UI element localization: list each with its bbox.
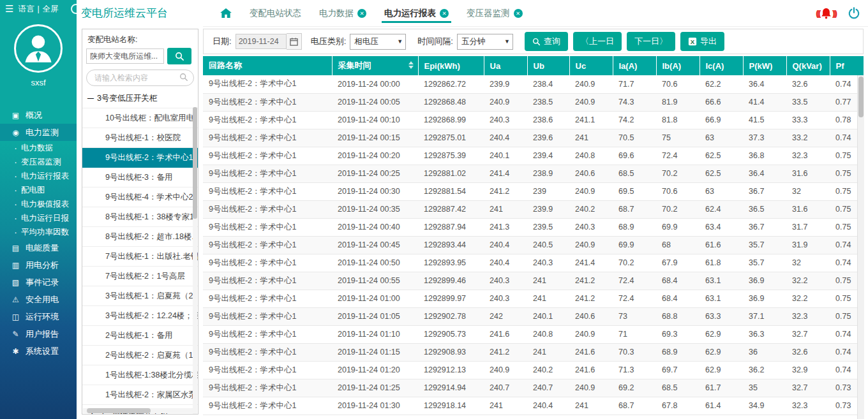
sidebar-subitem-distribution-diagram[interactable]: ·配电图 [0,183,77,197]
alarm-bell-button[interactable]: ((( ))) [816,8,836,19]
tree-item-node[interactable]: 8号出线柜-2：超市.18楼. [82,227,198,247]
table-row[interactable]: 9号出线柜-2：学术中心12019-11-24 01:151292908.932… [203,343,864,361]
sidebar-subitem-power-daily-report[interactable]: ·电力运行日报 [0,211,77,225]
sidebar-item-overview[interactable]: ▣概况 [0,107,77,124]
sidebar-item-system-settings[interactable]: ✱系统设置 [0,342,77,360]
cell-q: 32.7 [786,325,830,343]
close-icon[interactable]: ✕ [440,9,449,18]
date-input[interactable] [236,34,287,49]
tree-item-node[interactable]: 10号出线柜：配电室用电 [82,108,198,128]
tree-item-node[interactable]: 3号出线柜-1：启夏苑（2） [82,286,198,306]
cell-ib: 70.2 [656,200,700,218]
tree-vertical-scrollbar[interactable] [193,107,197,415]
tree-node-label: 9号出线柜-4：学术中心2 [105,192,193,203]
tree-item-node[interactable]: 9号出线柜-1：校医院 [82,128,198,148]
table-row[interactable]: 9号出线柜-2：学术中心12019-11-24 01:001292899.972… [203,290,864,307]
close-icon[interactable]: ✕ [514,9,523,18]
cell-p: 36.2 [743,361,786,379]
scrollbar-thumb[interactable] [87,408,151,413]
tab-power-operation-report[interactable]: 电力运行报表✕ [384,0,449,26]
tree-item-node[interactable]: 1号出线柜-2：家属区水泵 [82,385,198,405]
tree-item-node[interactable]: 7号出线柜-1：出版社.老锅 [82,247,198,267]
tree-item-node[interactable]: 8号出线柜-1：38楼专家1. [82,207,198,227]
table-row[interactable]: 9号出线柜-2：学术中心12019-11-24 00:001292862.722… [203,75,864,93]
tree-item-node[interactable]: 9号出线柜-4：学术中心2 [82,187,198,207]
calendar-icon [290,38,298,46]
home-button[interactable] [220,8,232,18]
menu-toggle-icon[interactable]: ☰ [5,3,13,15]
station-name-input[interactable] [86,48,164,64]
sidebar-item-event-log[interactable]: ▧事件记录 [0,274,77,291]
column-header-uc: Uc [569,56,613,75]
sidebar-item-safe-power[interactable]: ⚠安全用电 [0,291,77,308]
voltage-type-label: 电压类别: [311,36,347,47]
table-row[interactable]: 9号出线柜-2：学术中心12019-11-24 01:101292905.732… [203,325,864,343]
collapse-icon[interactable]: ─ [87,93,94,103]
sidebar-subitem-power-data[interactable]: ·电力数据 [0,141,77,155]
tree-item-node[interactable]: 3号出线柜-2：12.24楼；启 [82,306,198,326]
interval-select[interactable]: 五分钟 ▼ [457,34,513,50]
table-row[interactable]: 9号出线柜-2：学术中心12019-11-24 00:451292893.442… [203,236,864,254]
power-button[interactable] [848,7,860,20]
tab-power-data[interactable]: 电力数据✕ [319,0,366,26]
table-row[interactable]: 9号出线柜-2：学术中心12019-11-24 00:301292881.542… [203,182,864,200]
export-button[interactable]: X 导出 [680,32,724,51]
tree-item-node[interactable]: 9号出线柜-3：备用 [82,168,198,187]
table-row[interactable]: 9号出线柜-2：学术中心12019-11-24 00:351292887.422… [203,200,864,218]
table-row[interactable]: 9号出线柜-2：学术中心12019-11-24 01:251292914.942… [203,379,864,397]
sidebar-item-power-quality[interactable]: ▤电能质量 [0,239,77,256]
sidebar-item-power-monitoring[interactable]: ◉电力监测 [0,124,77,141]
tree-horizontal-scrollbar[interactable] [83,408,193,413]
close-icon[interactable]: ✕ [357,9,366,18]
table-row[interactable]: 9号出线柜-2：学术中心12019-11-24 00:101292868.992… [203,111,864,129]
tree-item-node[interactable]: 2号出线柜-1：备用 [82,326,198,346]
tree-item-node[interactable]: 2号出线柜-2：启夏苑（1） [82,346,198,365]
tree-item-node[interactable]: 7号出线柜-2：1号高层 [82,267,198,286]
column-header-collect-time[interactable]: 采集时间 [332,56,418,75]
cell-ub: 240.7 [527,379,569,397]
table-row[interactable]: 9号出线柜-2：学术中心12019-11-24 00:151292875.012… [203,129,864,147]
table-row[interactable]: 9号出线柜-2：学术中心12019-11-24 00:201292875.392… [203,147,864,165]
calendar-button[interactable] [287,33,302,50]
bullet-icon: · [14,145,17,151]
sidebar-subitem-avg-power-factor[interactable]: ·平均功率因数 [0,225,77,239]
tree-filter-input[interactable] [86,70,194,86]
tree-group-node[interactable]: ─3号变低压开关柜 [82,89,198,108]
sidebar-subitem-transformer-monitoring[interactable]: ·变压器监测 [0,155,77,169]
table-row[interactable]: 9号出线柜-2：学术中心12019-11-24 00:401292887.942… [203,218,864,236]
table-row[interactable]: 9号出线柜-2：学术中心12019-11-24 01:051292902.782… [203,307,864,325]
prev-day-button[interactable]: 〈上一日 [573,32,622,51]
language-fullscreen-link[interactable]: 语言 | 全屏 [18,4,59,15]
sidebar-subitem-power-operation-report[interactable]: ·电力运行报表 [0,169,77,183]
table-row[interactable]: 9号出线柜-2：学术中心12019-11-24 01:301292918.142… [203,397,864,415]
sidebar-subitem-power-extreme-report[interactable]: ·电力极值报表 [0,197,77,211]
station-search-button[interactable] [167,48,191,64]
sidebar-item-user-report[interactable]: ✎用户报告 [0,325,77,342]
cell-circuit-name: 9号出线柜-2：学术中心1 [203,379,332,397]
next-day-button[interactable]: 下一日〉 [627,32,675,51]
alarm-bell-icon [821,8,832,19]
cell-ub: 241 [527,343,569,361]
scrollbar-thumb[interactable] [193,107,197,219]
table-row[interactable]: 9号出线柜-2：学术中心12019-11-24 00:051292868.482… [203,93,864,111]
cell-circuit-name: 9号出线柜-2：学术中心1 [203,254,332,272]
table-vertical-scrollbar[interactable] [857,75,864,419]
table-row[interactable]: 9号出线柜-2：学术中心12019-11-24 00:501292893.952… [203,254,864,272]
search-icon[interactable] [71,4,77,14]
tree-item-node[interactable]: 9号出线柜-2：学术中心1 [82,148,198,168]
tab-station-status[interactable]: 变配电站状态 [250,0,301,26]
tab-transformer-monitoring[interactable]: 变压器监测✕ [467,0,523,26]
table-row[interactable]: 9号出线柜-2：学术中心12019-11-24 00:251292881.022… [203,165,864,182]
tree-item-node[interactable]: 1号出线柜-1:38楼北分缆柜 [82,365,198,385]
query-button[interactable]: 查询 [525,32,568,51]
tree-node-label: 8号出线柜-2：超市.18楼. [105,232,194,242]
scrollbar-thumb[interactable] [858,77,864,117]
cell-ia: 70.2 [613,254,656,272]
table-row[interactable]: 9号出线柜-2：学术中心12019-11-24 00:551292899.462… [203,272,864,290]
cell-collect-time: 2019-11-24 00:15 [332,129,418,147]
voltage-type-select[interactable]: 相电压 ▼ [350,34,406,50]
sort-icon[interactable] [408,61,414,69]
sidebar-item-environment[interactable]: ◫运行环境 [0,308,77,325]
table-row[interactable]: 9号出线柜-2：学术中心12019-11-24 01:201292912.132… [203,361,864,379]
sidebar-item-usage-analysis[interactable]: ▥用电分析 [0,256,77,274]
